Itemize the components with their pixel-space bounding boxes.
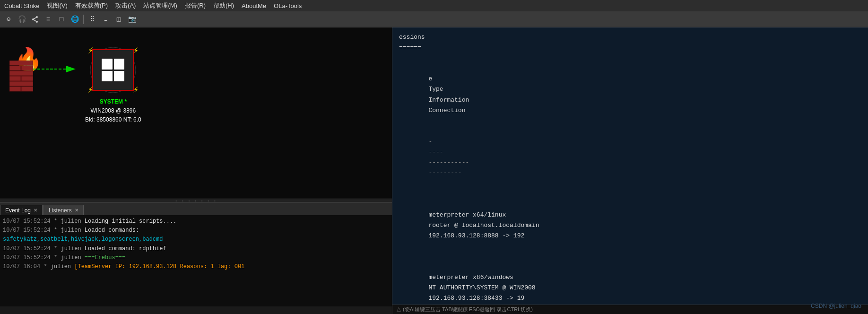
toolbar-icon-window[interactable]: ◫: [113, 14, 124, 25]
lightning-bl: ⚡: [87, 84, 93, 96]
resize-handle[interactable]: • • • • • • •: [0, 199, 392, 202]
menu-bar: Cobalt Strike 视图(V) 有效载荷(P) 攻击(A) 站点管理(M…: [0, 0, 868, 11]
terminal-content[interactable]: essions ====== e Type Information Connec…: [392, 27, 868, 305]
left-panel: 🔥: [0, 27, 392, 314]
menu-report[interactable]: 报告(R): [183, 1, 207, 10]
toolbar-icon-minus[interactable]: ⊖: [3, 14, 14, 25]
toolbar-icon-globe[interactable]: 🌐: [69, 14, 80, 25]
svg-rect-8: [9, 71, 33, 76]
watermark: CSDN @julien_qiao: [811, 303, 861, 309]
toolbar-icon-cloud[interactable]: ☁: [100, 14, 111, 25]
tab-bar: Event Log ✕ Listeners ✕: [0, 203, 392, 215]
menu-ola-tools[interactable]: OLa-Tools: [272, 2, 303, 9]
menu-site-mgmt[interactable]: 站点管理(M): [142, 1, 179, 10]
toolbar-icon-camera[interactable]: 📷: [126, 14, 138, 25]
tab-event-log-close[interactable]: ✕: [34, 208, 37, 213]
toolbar: ⊖ 🎧 ≡ □ 🌐 ⠿ ☁ ◫ 📷: [0, 11, 868, 27]
toolbar-icon-grid[interactable]: ⠿: [87, 14, 98, 25]
right-panel: essions ====== e Type Information Connec…: [392, 27, 868, 314]
svg-rect-11: [9, 81, 33, 86]
term-session-2: meterpreter x86/windows NT AUTHORITY\SYS…: [399, 252, 861, 305]
menu-view[interactable]: 视图(V): [45, 1, 69, 10]
lightning-tr: ⚡: [133, 44, 139, 56]
menu-payload[interactable]: 有效载荷(P): [74, 1, 109, 10]
term-session-1: meterpreter x64/linux rooter @ localhost…: [399, 189, 861, 252]
lightning-tl: ⚡: [87, 44, 93, 56]
windows-node[interactable]: ⚡ ⚡ ⚡ ⚡ SYSTEM * WIN2008 @ 38: [85, 46, 141, 125]
graph-area: 🔥: [0, 27, 392, 199]
toolbar-separator-1: [83, 15, 84, 24]
svg-rect-9: [9, 76, 21, 81]
menu-help[interactable]: 帮助(H): [212, 1, 235, 10]
tab-listeners-close[interactable]: ✕: [75, 208, 78, 213]
log-line-2: 10/07 15:52:24 * julien Loaded commands:: [3, 226, 389, 235]
term-equals: ======: [399, 43, 861, 53]
term-blank-1: [399, 53, 861, 63]
toolbar-icon-headset[interactable]: 🎧: [16, 14, 27, 25]
tab-listeners[interactable]: Listeners ✕: [43, 205, 84, 215]
svg-rect-10: [21, 76, 33, 81]
log-line-5: 10/07 15:52:24 * julien ===Erebus===: [3, 253, 389, 262]
svg-rect-6: [9, 66, 21, 70]
bottom-tabs-panel: Event Log ✕ Listeners ✕ 10/07 15:52:24 *…: [0, 202, 392, 306]
node-label: SYSTEM * WIN2008 @ 3896 Bid: 38508860 NT…: [85, 97, 141, 125]
brick-wall: [9, 61, 33, 94]
tab-event-log[interactable]: Event Log ✕: [0, 205, 43, 215]
toolbar-icon-share[interactable]: [29, 14, 41, 25]
term-table-sep: - ---- ----------- ---------: [399, 126, 861, 189]
log-line-3: safetykatz,seatbelt,hivejack,logonscreen…: [3, 235, 389, 244]
main-area: 🔥: [0, 27, 868, 314]
term-table-header: e Type Information Connection: [399, 63, 861, 126]
menu-cobalt-strike[interactable]: Cobalt Strike: [3, 2, 41, 9]
radar-background: ⚡ ⚡ ⚡ ⚡: [89, 46, 137, 94]
menu-aboutme[interactable]: AboutMe: [240, 2, 268, 9]
term-sessions-header: essions: [399, 32, 861, 43]
svg-line-3: [33, 17, 37, 19]
log-line-4: 10/07 15:52:24 * julien Loaded command: …: [3, 244, 389, 253]
menu-attack[interactable]: 攻击(A): [114, 1, 137, 10]
svg-rect-13: [21, 87, 33, 91]
svg-rect-12: [9, 87, 21, 91]
dashed-arrow: [31, 64, 83, 76]
toolbar-icon-list[interactable]: ≡: [43, 14, 54, 25]
bottom-hint-bar: △ (您AI辅键三压击 TAB键跟踪 ESC键返回 双击CTRL切换): [392, 305, 868, 314]
svg-rect-5: [9, 61, 33, 65]
svg-line-4: [33, 19, 37, 22]
windows-logo: [102, 59, 124, 81]
toolbar-icon-monitor[interactable]: □: [56, 14, 67, 25]
log-line-1: 10/07 15:52:24 * julien Loading initial …: [3, 217, 389, 226]
windows-icon-box: ⚡ ⚡ ⚡ ⚡: [92, 49, 134, 91]
log-line-6: 10/07 16:04 * julien [TeamServer IP: 192…: [3, 262, 389, 271]
status-bar: [0, 306, 392, 314]
log-content[interactable]: 10/07 15:52:24 * julien Loading initial …: [0, 215, 392, 306]
lightning-br: ⚡: [133, 84, 139, 96]
